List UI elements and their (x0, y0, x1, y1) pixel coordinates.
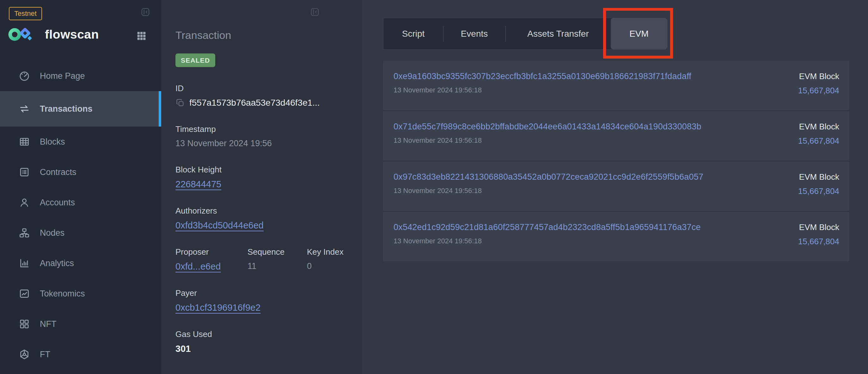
evm-block-number-link[interactable]: 15,667,804 (798, 86, 839, 95)
network-badge: Testnet (9, 7, 42, 20)
sidebar-item-label: Accounts (40, 198, 75, 207)
evm-transaction-list: 0xe9a1603bc9355fc307b23eccfb3bfc1a3255a0… (383, 61, 849, 261)
field-label: Sequence (248, 247, 307, 257)
evm-transaction-row: 0x71de55c7f989c8ce6bb2bffabdbe2044ee6a01… (383, 110, 849, 161)
sidebar-item-label: Blocks (40, 137, 65, 147)
evm-block-number-link[interactable]: 15,667,804 (798, 186, 839, 196)
sidebar-item-contracts[interactable]: Contracts (0, 157, 161, 187)
trend-chart-icon (18, 288, 30, 300)
sidebar-item-ft[interactable]: FT (0, 339, 161, 370)
field-label: Payer (176, 288, 351, 298)
sidebar-item-label: FT (40, 350, 50, 359)
transaction-tabs: Script Events Assets Transfer EVM (383, 18, 668, 50)
panel-collapse-icon (141, 7, 151, 17)
gauge-icon (18, 70, 30, 82)
field-block-height: Block Height 226844475 (176, 165, 351, 190)
transfer-arrows-icon (18, 103, 30, 115)
field-label: ID (176, 84, 351, 93)
sidebar-item-label: Tokenomics (40, 289, 85, 299)
timestamp-value: 13 November 2024 19:56 (176, 139, 351, 148)
evm-tx-timestamp: 13 November 2024 19:56:18 (394, 136, 702, 145)
field-authorizers: Authorizers 0xfd3b4cd50d44e6ed (176, 206, 351, 231)
sidebar-item-label: Nodes (40, 228, 64, 238)
tab-evm[interactable]: EVM (611, 18, 667, 49)
panel-title: Transaction (176, 29, 351, 41)
apps-grid-icon (136, 30, 147, 41)
apps-menu-button[interactable] (136, 30, 147, 41)
authorizer-address-link[interactable]: 0xfd3b4cd50d44e6ed (176, 220, 264, 231)
evm-tx-timestamp: 13 November 2024 19:56:18 (394, 86, 691, 94)
evm-tx-hash-link[interactable]: 0x71de55c7f989c8ce6bb2bffabdbe2044ee6a01… (394, 122, 702, 132)
bar-chart-icon (18, 257, 30, 269)
sidebar-item-transactions[interactable]: Transactions (0, 91, 161, 126)
sidebar-collapse-button[interactable] (141, 7, 151, 17)
sidebar-item-label: Transactions (40, 104, 93, 114)
sidebar-item-label: Home Page (40, 71, 85, 81)
sidebar-item-blocks[interactable]: Blocks (0, 126, 161, 157)
evm-block-label: EVM Block (799, 223, 839, 232)
evm-block-number-link[interactable]: 15,667,804 (798, 237, 839, 247)
sidebar-item-label: NFT (40, 319, 56, 329)
evm-transaction-row: 0x97c83d3eb8221431306880a35452a0b0772cec… (383, 161, 849, 211)
main-content: Script Events Assets Transfer EVM 0xe9a1… (363, 0, 868, 374)
cube-icon (18, 348, 30, 361)
grid-table-icon (18, 136, 30, 148)
gas-used-value: 301 (176, 344, 351, 354)
evm-block-label: EVM Block (799, 71, 839, 81)
brand-home-link[interactable]: flowscan (8, 26, 99, 43)
field-label: Proposer (176, 247, 248, 257)
evm-block-number-link[interactable]: 15,667,804 (798, 136, 839, 146)
copy-icon (176, 98, 185, 108)
sidebar-item-accounts[interactable]: Accounts (0, 187, 161, 218)
payer-address-link[interactable]: 0xcb1cf3196916f9e2 (176, 303, 260, 313)
sidebar-menu: Home Page Transactions Blocks Contracts (0, 61, 161, 370)
evm-tx-hash-link[interactable]: 0x542ed1c92d59c21d81a60f258777457ad4b232… (394, 223, 701, 232)
evm-tx-timestamp: 13 November 2024 19:56:18 (394, 187, 703, 195)
field-timestamp: Timestamp 13 November 2024 19:56 (176, 124, 351, 148)
sidebar-item-label: Analytics (40, 259, 74, 268)
field-proposer-row: Proposer 0xfd...e6ed Sequence 11 Key Ind… (176, 247, 351, 272)
field-gas-used: Gas Used 301 (176, 329, 351, 354)
sidebar-item-label: Contracts (40, 167, 76, 177)
field-label: Gas Used (176, 329, 351, 339)
field-label: Timestamp (176, 124, 351, 134)
transaction-id-value: f557a1573b76aa53e73d46f3e1... (189, 98, 320, 108)
flowscan-app: { "app": { "network_badge": "Testnet", "… (0, 0, 868, 374)
status-badge: SEALED (176, 54, 215, 67)
evm-tx-hash-link[interactable]: 0xe9a1603bc9355fc307b23eccfb3bfc1a3255a0… (394, 71, 691, 81)
flowscan-logo-icon (8, 26, 38, 43)
sidebar-item-home-page[interactable]: Home Page (0, 61, 161, 91)
field-label: Block Height (176, 165, 351, 175)
sidebar-item-nodes[interactable]: Nodes (0, 218, 161, 248)
proposer-address-link[interactable]: 0xfd...e6ed (176, 261, 221, 272)
sidebar: Testnet (0, 0, 161, 374)
field-payer: Payer 0xcb1cf3196916f9e2 (176, 288, 351, 313)
sidebar-item-analytics[interactable]: Analytics (0, 248, 161, 279)
tab-script[interactable]: Script (383, 18, 443, 49)
evm-transaction-row: 0xe9a1603bc9355fc307b23eccfb3bfc1a3255a0… (383, 61, 849, 110)
sequence-value: 11 (248, 261, 307, 271)
field-label: Authorizers (176, 206, 351, 216)
block-height-link[interactable]: 226844475 (176, 179, 221, 190)
tab-assets-transfer[interactable]: Assets Transfer (505, 18, 611, 49)
copy-button[interactable] (176, 98, 185, 108)
hierarchy-icon (18, 227, 30, 239)
person-icon (18, 197, 30, 208)
evm-block-label: EVM Block (799, 172, 839, 182)
tab-events[interactable]: Events (443, 18, 505, 49)
brand-name: flowscan (45, 28, 99, 41)
four-squares-icon (18, 318, 30, 330)
transaction-detail-panel: Transaction SEALED ID f557a1573b76aa53e7… (161, 0, 363, 374)
sidebar-item-tokenomics[interactable]: Tokenomics (0, 279, 161, 309)
field-label: Key Index (307, 247, 344, 257)
evm-tx-hash-link[interactable]: 0x97c83d3eb8221431306880a35452a0b0772cec… (394, 172, 703, 182)
field-id: ID f557a1573b76aa53e73d46f3e1... (176, 84, 351, 108)
sidebar-item-nft[interactable]: NFT (0, 309, 161, 339)
document-list-icon (18, 166, 30, 178)
key-index-value: 0 (307, 261, 344, 271)
evm-tx-timestamp: 13 November 2024 19:56:18 (394, 237, 701, 245)
evm-transaction-row: 0x542ed1c92d59c21d81a60f258777457ad4b232… (383, 211, 849, 261)
evm-block-label: EVM Block (799, 122, 839, 132)
